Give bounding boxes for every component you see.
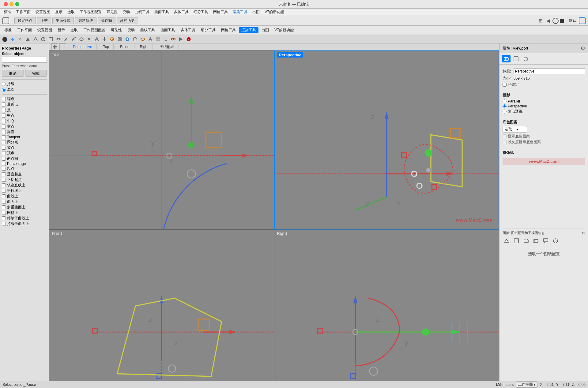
bubble-icon[interactable]: ○ <box>17 36 24 43</box>
menu-layout[interactable]: 出图 <box>250 9 262 15</box>
tab-standard[interactable]: 标准 <box>2 27 14 33</box>
tool6-icon[interactable] <box>40 36 47 43</box>
tab-solid[interactable]: 实体工具 <box>178 27 198 33</box>
viewport-front[interactable]: Front x z <box>49 229 274 381</box>
bg-dropdown[interactable]: 选取... ▾ <box>503 126 527 132</box>
snap-intersection[interactable]: 交点 <box>2 124 47 129</box>
sphere-icon[interactable]: ⬤ <box>1 36 9 43</box>
camera-tab-icon[interactable] <box>502 55 511 62</box>
vp-tab-right[interactable]: Right <box>135 44 153 50</box>
gem-icon[interactable]: ◆ <box>9 36 16 43</box>
tool8-icon[interactable] <box>55 36 62 43</box>
locked-row[interactable]: 已锁定 <box>503 82 585 87</box>
tab-curve[interactable]: 曲线工具 <box>138 27 157 33</box>
tool21-icon[interactable] <box>154 36 162 43</box>
lock-grid-button[interactable]: 锁定格点 <box>14 17 36 24</box>
tab-transform[interactable]: 变动 <box>125 27 137 33</box>
panel-icon-2[interactable] <box>512 237 520 244</box>
viewport-perspective[interactable]: Perspective www.MacZ.com x y z <box>274 50 499 229</box>
stop-icon[interactable] <box>560 19 564 23</box>
snap-cont-curve[interactable]: 持续于曲线上 <box>2 216 47 221</box>
smart-track-button[interactable]: 智慧轨迹 <box>75 17 96 24</box>
object-tab-icon[interactable] <box>522 55 530 62</box>
snap-quadrant[interactable]: 四分点 <box>2 140 47 145</box>
tool4-icon[interactable] <box>24 36 32 43</box>
show-bg-checkbox[interactable] <box>503 134 507 138</box>
snap-along-line[interactable]: 轨迹直线上 <box>2 183 47 188</box>
grayscale-bg-row[interactable]: 以灰度显示底色图案 <box>503 140 585 145</box>
panel-help-icon[interactable]: ? <box>552 237 560 244</box>
snap-percentage[interactable]: Percentage <box>2 162 47 166</box>
snap-on-mesh[interactable]: 网格上 <box>2 210 47 215</box>
snap-perpendicular[interactable]: 垂直 <box>2 129 47 135</box>
viewport-top[interactable]: Top x y <box>49 50 274 229</box>
gear-icon[interactable]: ⚙ <box>581 45 585 51</box>
tool20-icon[interactable] <box>147 36 154 43</box>
proj-2point[interactable]: 两点透视 <box>503 109 585 114</box>
tab-viewconfig[interactable]: 工作视图配置 <box>81 27 108 33</box>
tab-subdiv[interactable]: 细分工具 <box>198 27 218 33</box>
show-bg-row[interactable]: 显示底色图案 <box>503 134 585 139</box>
tab-select[interactable]: 选取 <box>68 27 80 33</box>
snap-on-polysurface[interactable]: 多重曲面上 <box>2 205 47 210</box>
proj-parallel[interactable]: Parallel <box>503 99 585 103</box>
menu-transform[interactable]: 变动 <box>120 9 132 15</box>
tool24-icon[interactable] <box>177 36 185 43</box>
snap-tangent[interactable]: Tangent <box>2 135 47 139</box>
panel-icon-5[interactable] <box>542 237 550 244</box>
menu-meshtools[interactable]: 网格工具 <box>211 9 230 15</box>
tool5-icon[interactable] <box>32 36 39 43</box>
viewport-toggle-icon[interactable] <box>579 17 586 24</box>
tool11-icon[interactable] <box>78 36 85 43</box>
gumball-button[interactable]: 操作轴 <box>98 17 115 24</box>
menu-v7new[interactable]: V7的新功能 <box>262 9 286 15</box>
panel-icon-3[interactable] <box>522 237 530 244</box>
tab-display[interactable]: 显示 <box>55 27 67 33</box>
tool19-icon[interactable] <box>139 36 146 43</box>
radio-single[interactable]: 单次 <box>2 87 47 92</box>
vp-tab-perspective[interactable]: Perspective <box>69 44 97 50</box>
menu-curvetools[interactable]: 曲线工具 <box>132 9 152 15</box>
tool13-icon[interactable] <box>93 36 100 43</box>
snap-nearest[interactable]: 最近点 <box>2 102 47 107</box>
tab-render[interactable]: 渲染工具 <box>239 27 258 33</box>
title-input[interactable] <box>514 68 585 74</box>
vp-tab-layout[interactable]: 图纸配置 <box>155 44 179 50</box>
panel-gear-icon[interactable]: ⚙ <box>582 231 585 235</box>
menu-setview[interactable]: 设置视图 <box>33 9 53 15</box>
tool25-icon[interactable]: 7 <box>185 36 192 43</box>
pencil-icon[interactable] <box>62 36 70 43</box>
menu-display[interactable]: 显示 <box>53 9 65 15</box>
menu-visibility[interactable]: 可见性 <box>104 9 120 15</box>
menu-subdivtools[interactable]: 细分工具 <box>191 9 211 15</box>
tab-workplane[interactable]: 工作平面 <box>15 27 34 33</box>
tool16-icon[interactable] <box>116 36 123 43</box>
vp-tab-top[interactable]: Top <box>99 44 114 50</box>
panel-icon-4[interactable] <box>532 237 540 244</box>
tab-layout[interactable]: 出图 <box>259 27 271 33</box>
proj-perspective[interactable]: Perspective <box>503 104 585 108</box>
snap-perp-start[interactable]: 垂直起点 <box>2 172 47 177</box>
close-button[interactable] <box>4 2 8 6</box>
traffic-lights[interactable] <box>4 2 19 6</box>
select-object-input[interactable] <box>2 57 47 63</box>
vp-tab-front[interactable]: Front <box>116 44 133 50</box>
menu-solidtools[interactable]: 实体工具 <box>172 9 191 15</box>
snap-cont-surface[interactable]: 持续于曲面上 <box>2 221 47 226</box>
plane-mode-button[interactable]: 平面模式 <box>52 17 74 24</box>
menu-rendertools[interactable]: 渲染工具 <box>230 9 250 15</box>
tool7-icon[interactable] <box>47 36 55 43</box>
cancel-button[interactable]: 取消 <box>2 70 24 76</box>
snap-startpoint[interactable]: 起点 <box>2 166 47 171</box>
snap-on-surface[interactable]: 曲面上 <box>2 199 47 204</box>
back-icon[interactable]: ◀ <box>545 18 551 24</box>
locked-checkbox[interactable] <box>503 83 507 87</box>
menu-viewconfig[interactable]: 工作视图配置 <box>77 9 104 15</box>
tool18-icon[interactable] <box>131 36 139 43</box>
radio-continuous[interactable]: 持续 <box>2 81 47 87</box>
snap-vertex[interactable]: 顶点 <box>2 151 47 156</box>
snap-parallel[interactable]: 平行线上 <box>2 188 47 193</box>
tool10-icon[interactable] <box>70 36 77 43</box>
tool17-icon[interactable] <box>124 36 131 43</box>
tab-visibility[interactable]: 可见性 <box>108 27 124 33</box>
